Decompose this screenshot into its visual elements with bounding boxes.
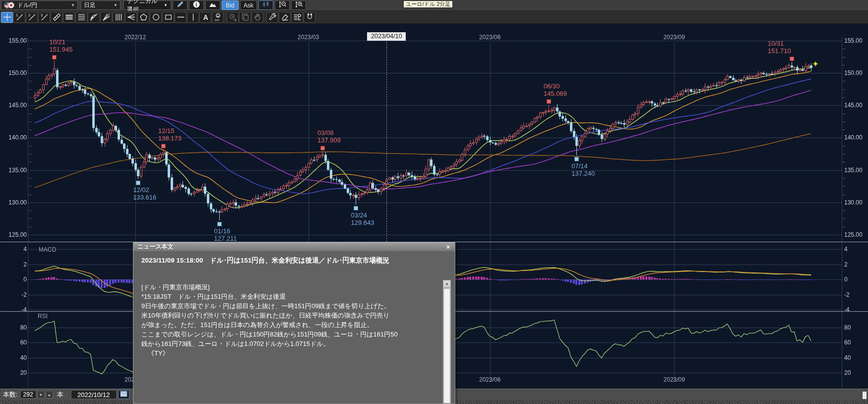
- ruler-icon: [53, 13, 61, 21]
- parallel-lines-3-tool-button[interactable]: [63, 12, 75, 23]
- bar-count-decrement-button[interactable]: ▼: [37, 391, 45, 399]
- technical-select-button[interactable]: テクニカル選択 ▼: [124, 0, 171, 10]
- fibonacci-fan-tool-button[interactable]: [100, 12, 112, 23]
- eraser-icon: [281, 13, 289, 21]
- news-body-line: ここまでの取引レンジは、ドル・円は150円82銭から151円09銭、ユーロ・円は…: [141, 330, 439, 339]
- zoom-out-icon: [278, 0, 287, 10]
- news-body-line: が強まった。ただ、151円台は日本の為替介入が警戒され、一段の上昇を阻止。: [141, 320, 439, 330]
- rectangle-tool-button[interactable]: [162, 12, 174, 23]
- trendline-3-tool-button[interactable]: 3: [38, 12, 50, 23]
- news-body-line: 銭から161円73銭、ユーロ・ドルは1.0702ドルから1.0715ドル。: [141, 339, 439, 348]
- caret-down-icon: ▼: [67, 3, 75, 7]
- ellipse-tool-button[interactable]: [150, 12, 162, 23]
- icon-stamp-tool-button[interactable]: icon: [212, 12, 224, 23]
- resize-grip[interactable]: [863, 392, 867, 399]
- draw-pencil-button[interactable]: [173, 0, 187, 10]
- chart-hover-tooltip: ユーロ/ドル 2分足: [403, 0, 453, 8]
- eraser-tool-button[interactable]: [279, 12, 291, 23]
- close-icon[interactable]: ×: [444, 243, 452, 251]
- bid-button[interactable]: Bid: [222, 0, 239, 10]
- crosshair-tool-button[interactable]: [1, 12, 13, 23]
- bar-count-input[interactable]: 292: [20, 391, 36, 399]
- info-icon: i: [192, 0, 200, 10]
- news-body-line: 米10年債利回りの下げ渋りでドル買いに振れたほか、日経平均株価の強含みで円売り: [141, 311, 439, 320]
- chart-style-button[interactable]: [258, 0, 273, 10]
- drag-tool-button[interactable]: [251, 12, 263, 23]
- pair-selector[interactable]: ドル/円 ▼: [1, 0, 78, 10]
- parallel-lines-4-tool-button[interactable]: [75, 12, 87, 23]
- fibonacci-arc-icon: [90, 13, 98, 21]
- ruler-tool-button[interactable]: [51, 12, 62, 23]
- caret-down-icon: ▼: [110, 3, 118, 7]
- zoom-out-button[interactable]: [275, 0, 290, 10]
- trendline-2-icon: 2: [28, 13, 36, 21]
- time-shift-tool-button[interactable]: [227, 12, 239, 23]
- fibonacci-arc-tool-button[interactable]: [88, 12, 100, 23]
- zoom-in-button[interactable]: [291, 0, 306, 10]
- time-shift-icon: [229, 13, 237, 21]
- settings-list-tool-button[interactable]: [291, 12, 303, 23]
- vertical-line-tool-button[interactable]: [187, 12, 199, 23]
- fibonacci-fan-icon: [102, 13, 111, 21]
- trendline-3-icon: 3: [40, 13, 49, 21]
- vertical-grid-lines-icon: [115, 13, 123, 21]
- text-tool-button[interactable]: A: [199, 12, 211, 23]
- drawing-toolbar: 123Aicon: [0, 11, 868, 24]
- calendar-icon: [120, 391, 127, 399]
- trendline-2-tool-button[interactable]: 2: [26, 12, 38, 23]
- news-body-line: 《TY》: [141, 348, 439, 358]
- magnet-icon: [306, 13, 314, 21]
- info-button[interactable]: i: [189, 0, 204, 10]
- wrench-icon: [268, 13, 277, 21]
- start-date-input[interactable]: 2022/10/12: [71, 390, 117, 399]
- news-body-line: 9日午後の東京市場でドル・円は節目を上抜け、一時151円09銭まで値を切り上げた…: [141, 301, 439, 311]
- mountain-icon: [209, 0, 217, 10]
- svg-text:i: i: [196, 2, 197, 7]
- news-body-line: *15:18JST ドル・円は151円台、米金利安は後退: [141, 292, 439, 301]
- icon-stamp-icon: icon: [214, 13, 222, 21]
- bar-unit-label: 本: [57, 390, 63, 399]
- pentagon-icon: [139, 13, 148, 21]
- bar-count-label: 本数:: [3, 390, 18, 399]
- japan-flag-icon: [8, 2, 14, 8]
- pencil-icon: [176, 0, 184, 10]
- copy-tool-button[interactable]: [239, 12, 251, 23]
- horizontal-line-tool-button[interactable]: [175, 12, 186, 23]
- wrench-tool-button[interactable]: [266, 12, 278, 23]
- news-window-titlebar[interactable]: ニュース本文 ×: [133, 243, 455, 251]
- news-scrollbar[interactable]: ▲: [443, 280, 451, 404]
- news-body: [ドル・円東京市場概況]*15:18JST ドル・円は151円台、米金利安は後退…: [141, 282, 439, 358]
- horizontal-line-icon: [177, 13, 185, 21]
- news-window: ニュース本文 × 2023/11/09 15:18:00 ドル･円は151円台、…: [133, 242, 455, 404]
- ask-button[interactable]: Ask: [240, 0, 257, 10]
- caret-down-icon: ▼: [164, 3, 168, 7]
- area-chart-button[interactable]: [205, 0, 220, 10]
- drag-icon: [253, 13, 262, 21]
- news-body-line: [ドル・円東京市場概況]: [141, 282, 439, 292]
- news-scrollbar-thumb[interactable]: [443, 288, 450, 404]
- trendline-1-tool-button[interactable]: 1: [13, 12, 25, 23]
- copy-icon: [241, 13, 249, 21]
- scroll-up-arrow-icon[interactable]: ▲: [443, 280, 451, 287]
- svg-text:2: 2: [28, 13, 30, 17]
- text-icon: A: [201, 13, 210, 21]
- rectangle-icon: [164, 13, 173, 21]
- settings-list-icon: [293, 13, 302, 21]
- vertical-grid-lines-tool-button[interactable]: [113, 12, 124, 23]
- candlestick-icon: [262, 0, 270, 10]
- timeframe-selector[interactable]: 日足 ▼: [81, 0, 121, 10]
- svg-text:3: 3: [41, 13, 43, 17]
- svg-text:icon: icon: [215, 19, 219, 21]
- timeframe-label: 日足: [84, 1, 96, 9]
- news-headline: 2023/11/09 15:18:00 ドル･円は151円台、米金利安は後退／ド…: [141, 256, 435, 265]
- crosshair-icon: [3, 13, 11, 21]
- bar-count-increment-button[interactable]: ▲: [46, 391, 53, 399]
- fan-lines-tool-button[interactable]: [125, 12, 137, 23]
- calendar-button[interactable]: [118, 390, 129, 399]
- magnet-tool-button[interactable]: [304, 12, 315, 23]
- pair-label: ドル/円: [17, 1, 37, 9]
- news-window-title: ニュース本文: [137, 243, 174, 251]
- pentagon-tool-button[interactable]: [137, 12, 149, 23]
- ellipse-icon: [152, 13, 160, 21]
- parallel-lines-4-icon: [77, 13, 86, 21]
